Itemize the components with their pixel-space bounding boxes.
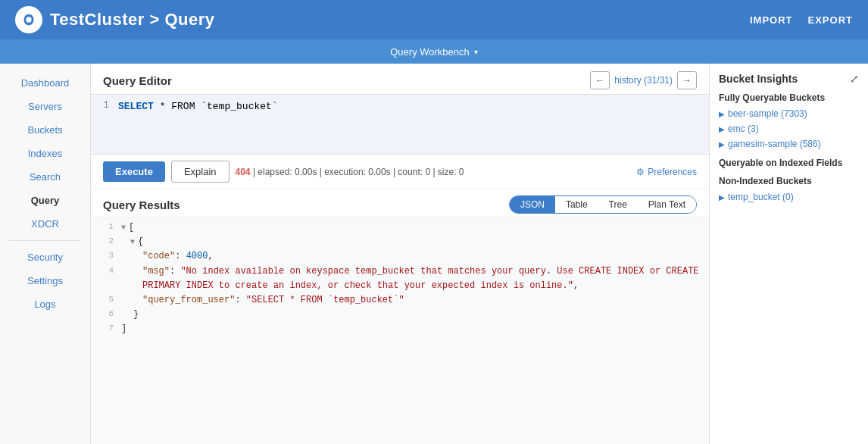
triangle-icon: ▶ <box>719 140 725 149</box>
sidebar-item-logs[interactable]: Logs <box>0 292 90 316</box>
results-tabs: JSON Table Tree Plan Text <box>509 195 697 214</box>
import-button[interactable]: IMPORT <box>750 14 793 26</box>
content-area: Query Editor ← history (31/31) → 1 SELEC… <box>91 64 709 444</box>
sidebar: Dashboard Servers Buckets Indexes Search… <box>0 64 91 444</box>
insights-title: Bucket Insights <box>719 73 798 85</box>
code-editor[interactable]: 1 SELECT * FROM `temp_bucket` <box>91 94 709 155</box>
sidebar-item-buckets[interactable]: Buckets <box>0 118 90 142</box>
results-header: Query Results JSON Table Tree Plan Text <box>91 189 709 217</box>
top-bar: TestCluster > Query IMPORT EXPORT <box>0 0 868 39</box>
bucket-gamesim-sample-link[interactable]: gamesim-sample (586) <box>728 139 821 149</box>
top-bar-actions: IMPORT EXPORT <box>750 14 853 26</box>
non-indexed-section: Non-Indexed Buckets ▶ temp_bucket (0) <box>719 176 859 203</box>
triangle-icon: ▶ <box>719 110 725 118</box>
bucket-beer-sample-link[interactable]: beer-sample (7303) <box>728 108 807 119</box>
page-title: TestCluster > Query <box>50 10 215 30</box>
queryable-indexed-section: Queryable on Indexed Fields <box>719 158 859 168</box>
svg-point-1 <box>26 17 31 22</box>
tab-table[interactable]: Table <box>555 196 598 213</box>
gear-icon: ⚙ <box>636 167 645 177</box>
sidebar-item-security[interactable]: Security <box>0 245 90 269</box>
collapse-toggle-1[interactable]: ▼ <box>121 224 126 232</box>
line-numbers: 1 <box>91 99 115 149</box>
expand-icon[interactable]: ⤢ <box>850 73 859 85</box>
bucket-temp-link[interactable]: temp_bucket (0) <box>728 192 794 202</box>
insights-header: Bucket Insights ⤢ <box>719 73 859 85</box>
bucket-gamesim-sample[interactable]: ▶ gamesim-sample (586) <box>719 138 859 150</box>
history-next-button[interactable]: → <box>677 71 697 89</box>
keyword-select: SELECT <box>118 101 154 112</box>
history-prev-button[interactable]: ← <box>590 71 610 89</box>
query-workbench-nav[interactable]: Query Workbench ▾ <box>381 46 487 58</box>
sidebar-item-xdcr[interactable]: XDCR <box>0 212 90 236</box>
bucket-insights-sidebar: Bucket Insights ⤢ Fully Queryable Bucket… <box>709 64 868 444</box>
sidebar-item-settings[interactable]: Settings <box>0 269 90 292</box>
result-line-7: 7 ] <box>91 322 709 336</box>
tab-tree[interactable]: Tree <box>598 196 638 213</box>
results-title: Query Results <box>103 199 180 211</box>
query-editor-header: Query Editor ← history (31/31) → <box>91 64 709 94</box>
sidebar-item-search[interactable]: Search <box>0 165 90 189</box>
results-content: 1 ▼[ 2 ▼{ 3 "code": 4000, 4 "msg": "No i… <box>91 217 709 444</box>
query-editor-title: Query Editor <box>103 74 172 87</box>
result-line-1: 1 ▼[ <box>91 220 709 235</box>
execute-button[interactable]: Execute <box>103 161 165 182</box>
history-link[interactable]: history (31/31) <box>614 75 673 86</box>
status-details: | elapsed: 0.00s | execution: 0.00s | co… <box>253 167 464 177</box>
result-line-4: 4 "msg": "No index available on keyspace… <box>91 264 709 293</box>
sidebar-item-servers[interactable]: Servers <box>0 95 90 118</box>
line-number-1: 1 <box>91 99 109 111</box>
chevron-down-icon: ▾ <box>474 48 478 56</box>
code-line-1: SELECT * FROM `temp_bucket` <box>118 99 709 115</box>
sidebar-item-query[interactable]: Query <box>0 189 90 212</box>
tab-json[interactable]: JSON <box>510 196 555 213</box>
triangle-icon: ▶ <box>719 125 725 133</box>
collapse-toggle-2[interactable]: ▼ <box>130 238 135 246</box>
bucket-temp[interactable]: ▶ temp_bucket (0) <box>719 191 859 203</box>
sub-nav: Query Workbench ▾ <box>0 39 868 64</box>
preferences-label: Preferences <box>648 167 697 177</box>
sidebar-item-dashboard[interactable]: Dashboard <box>0 71 90 95</box>
triangle-icon: ▶ <box>719 193 725 202</box>
non-indexed-title: Non-Indexed Buckets <box>719 176 859 186</box>
fully-queryable-title: Fully Queryable Buckets <box>719 92 859 103</box>
queryable-indexed-title: Queryable on Indexed Fields <box>719 158 859 168</box>
export-button[interactable]: EXPORT <box>808 14 853 26</box>
history-nav: ← history (31/31) → <box>590 71 697 89</box>
fully-queryable-section: Fully Queryable Buckets ▶ beer-sample (7… <box>719 92 859 150</box>
preferences-button[interactable]: ⚙ Preferences <box>636 167 697 177</box>
status-404: 404 <box>236 167 251 177</box>
query-workbench-label: Query Workbench <box>390 46 470 58</box>
status-text: 404 | elapsed: 0.00s | execution: 0.00s … <box>236 167 631 177</box>
result-line-6: 6 } <box>91 308 709 322</box>
bucket-emc-link[interactable]: emc (3) <box>728 124 759 134</box>
result-line-3: 3 "code": 4000, <box>91 249 709 264</box>
sidebar-item-indexes[interactable]: Indexes <box>0 142 90 165</box>
top-bar-left: TestCluster > Query <box>15 6 215 33</box>
code-content: SELECT * FROM `temp_bucket` <box>115 99 709 149</box>
result-line-2: 2 ▼{ <box>91 235 709 249</box>
explain-button[interactable]: Explain <box>171 161 229 183</box>
bucket-emc[interactable]: ▶ emc (3) <box>719 123 859 135</box>
bucket-beer-sample[interactable]: ▶ beer-sample (7303) <box>719 108 859 120</box>
tab-plan-text[interactable]: Plan Text <box>638 196 696 213</box>
result-line-5: 5 "query_from_user": "SELECT * FROM `tem… <box>91 293 709 308</box>
query-toolbar: Execute Explain 404 | elapsed: 0.00s | e… <box>91 155 709 189</box>
sidebar-divider <box>9 240 81 241</box>
couchbase-logo <box>15 6 42 33</box>
code-rest: * FROM `temp_bucket` <box>160 101 278 112</box>
main-layout: Dashboard Servers Buckets Indexes Search… <box>0 64 868 444</box>
